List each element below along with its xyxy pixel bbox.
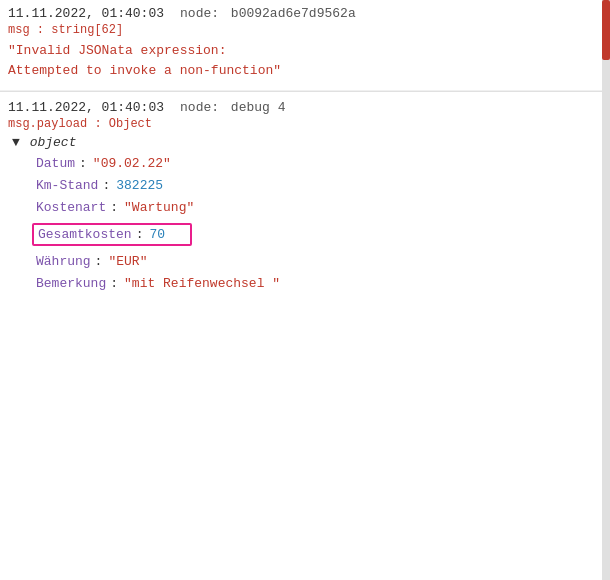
prop-row-kostenart: Kostenart:"Wartung" xyxy=(32,198,596,217)
prop-colon: : xyxy=(102,178,110,193)
timestamp-1: 11.11.2022, 01:40:03 xyxy=(8,6,164,21)
object-label[interactable]: ▼ object xyxy=(12,135,596,150)
prop-colon: : xyxy=(79,156,87,171)
log-entry-2-header: 11.11.2022, 01:40:03 node: debug 4 xyxy=(8,100,596,115)
log-entry-1: 11.11.2022, 01:40:03 node: b0092ad6e7d95… xyxy=(0,0,610,91)
timestamp-2: 11.11.2022, 01:40:03 xyxy=(8,100,164,115)
prop-value: "EUR" xyxy=(108,254,147,269)
node-id-1: node: b0092ad6e7d9562a xyxy=(180,6,356,21)
prop-value: "Wartung" xyxy=(124,200,194,215)
prop-value: "mit Reifenwechsel " xyxy=(124,276,280,291)
prop-row-datum: Datum:"09.02.22" xyxy=(32,154,596,173)
msg-type-1: msg : string[62] xyxy=(8,23,596,37)
prop-colon: : xyxy=(110,276,118,291)
log-entry-1-header: 11.11.2022, 01:40:03 node: b0092ad6e7d95… xyxy=(8,6,596,21)
node-value-1: b0092ad6e7d9562a xyxy=(231,6,356,21)
prop-row-km-stand: Km-Stand:382225 xyxy=(32,176,596,195)
prop-colon: : xyxy=(110,200,118,215)
prop-value: 70 xyxy=(149,227,165,242)
msg-type-2: msg.payload : Object xyxy=(8,117,596,131)
log-entry-2: 11.11.2022, 01:40:03 node: debug 4 msg.p… xyxy=(0,92,610,302)
node-value-2: debug 4 xyxy=(231,100,286,115)
prop-key: Währung xyxy=(36,254,91,269)
prop-row-währung: Währung:"EUR" xyxy=(32,252,596,271)
prop-key: Kostenart xyxy=(36,200,106,215)
object-properties: Datum:"09.02.22"Km-Stand:382225Kostenart… xyxy=(12,154,596,293)
scrollbar-thumb[interactable] xyxy=(602,0,610,60)
prop-key: Gesamtkosten xyxy=(38,227,132,242)
error-line2: Attempted to invoke a non-function" xyxy=(8,63,281,78)
object-label-text: object xyxy=(30,135,77,150)
prop-key: Km-Stand xyxy=(36,178,98,193)
node-label-2: node: xyxy=(180,100,219,115)
prop-colon: : xyxy=(136,227,144,242)
error-message: "Invalid JSONata expression: Attempted t… xyxy=(8,41,596,80)
scrollbar[interactable] xyxy=(602,0,610,580)
prop-value: "09.02.22" xyxy=(93,156,171,171)
object-section: ▼ object Datum:"09.02.22"Km-Stand:382225… xyxy=(8,135,596,293)
node-id-2: node: debug 4 xyxy=(180,100,285,115)
prop-row-bemerkung: Bemerkung:"mit Reifenwechsel " xyxy=(32,274,596,293)
node-label-1: node: xyxy=(180,6,219,21)
prop-key: Datum xyxy=(36,156,75,171)
prop-key: Bemerkung xyxy=(36,276,106,291)
object-toggle-icon[interactable]: ▼ xyxy=(12,135,20,150)
prop-value: 382225 xyxy=(116,178,163,193)
log-container: 11.11.2022, 01:40:03 node: b0092ad6e7d95… xyxy=(0,0,610,302)
prop-row-gesamtkosten: Gesamtkosten:70 xyxy=(32,223,192,246)
error-line1: "Invalid JSONata expression: xyxy=(8,43,226,58)
prop-colon: : xyxy=(95,254,103,269)
